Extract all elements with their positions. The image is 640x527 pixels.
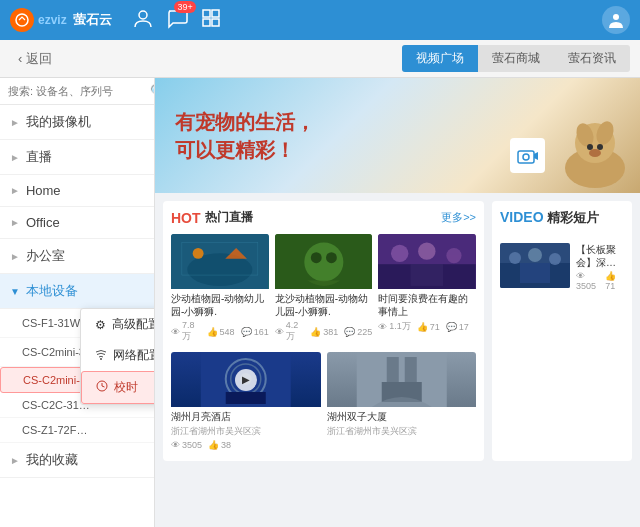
like-icon: 👍 38 [208,440,231,450]
back-arrow-icon: ‹ [18,51,22,66]
sidebar-item-label: 直播 [26,148,52,166]
arrow-icon: ► [10,251,20,262]
svg-rect-37 [226,392,266,404]
svg-rect-2 [203,10,210,17]
sidebar-item-local-devices[interactable]: ▼ 本地设备 [0,274,154,309]
header-icons: 39+ [132,7,367,34]
video-section: VIDEO 精彩短片 [492,201,632,461]
svg-point-0 [16,14,28,26]
svg-rect-3 [212,10,219,17]
svg-rect-48 [520,263,550,283]
context-menu-label: 高级配置 [112,316,155,333]
hot-section-header: HOT 热门直播 更多>> [171,209,476,226]
svg-point-17 [589,149,601,157]
hot-section-title: 热门直播 [205,209,253,226]
sidebar-item-label: Home [26,183,61,198]
right-video-1-title: 【长板聚会】深圳三洲田 [576,243,624,269]
sidebar-item-office[interactable]: ► Office [0,207,154,239]
bottom-video-1-thumb: ▶ [171,352,321,407]
eye-icon: 👁 3505 [576,271,601,291]
settings-icon: ⚙ [95,318,106,332]
like-icon: 👍 381 [310,327,338,337]
bottom-video-1-meta: 浙江省湖州市吴兴区滨湖街道来季 [171,425,321,438]
svg-point-31 [418,243,435,260]
tab-store[interactable]: 萤石商城 [478,45,554,72]
comment-icon: 💬 161 [241,327,269,337]
hot-video-2-thumb [275,234,373,289]
svg-rect-5 [212,19,219,26]
svg-point-7 [100,358,102,360]
hot-video-2[interactable]: 龙沙动植物园-动物幼儿园-小狮狮. 👁 4.2万 👍 381 💬 225 [275,234,373,346]
svg-rect-4 [203,19,210,26]
svg-point-23 [193,248,204,259]
arrow-icon: ► [10,117,20,128]
hot-video-3-thumb [378,234,476,289]
sidebar-item-workroom[interactable]: ► 办公室 [0,239,154,274]
arrow-icon: ► [10,185,20,196]
context-menu-network-config[interactable]: 网络配置 [81,340,155,371]
sidebar-item-live[interactable]: ► 直播 [0,140,154,175]
video-section-header: VIDEO 精彩短片 [500,209,624,235]
like-icon: 👍 548 [207,327,235,337]
hot-video-3-title: 时间要浪费在有趣的事情上 [378,292,476,318]
bottom-videos-grid: ▶ 湖州月亮酒店 浙江省湖州市吴兴区滨湖街道来季 👁 3505 👍 38 [171,352,476,453]
tab-news[interactable]: 萤石资讯 [554,45,630,72]
hot-videos-grid: 沙动植物园-动物幼儿园-小狮狮. 👁 7.8万 👍 548 💬 161 [171,234,476,346]
sidebar-item-label: 我的收藏 [26,451,78,469]
back-button[interactable]: ‹ 返回 [10,46,60,72]
hot-video-1-thumb [171,234,269,289]
context-menu-advanced-config[interactable]: ⚙ 高级配置 [81,309,155,340]
grid-icon[interactable] [200,7,222,34]
svg-point-45 [509,252,521,264]
top-right-avatar[interactable] [602,6,630,34]
bottom-video-2[interactable]: 湖州双子大厦 浙江省湖州市吴兴区滨湖街道东巨 [327,352,477,453]
banner-text: 有宠物的生活， 可以更精彩！ [175,108,315,164]
bottom-video-1[interactable]: ▶ 湖州月亮酒店 浙江省湖州市吴兴区滨湖街道来季 👁 3505 👍 38 [171,352,321,453]
hot-more-link[interactable]: 更多>> [441,210,476,225]
banner-camera-icon [510,138,545,173]
hot-video-1-info: 沙动植物园-动物幼儿园-小狮狮. 👁 7.8万 👍 548 💬 161 [171,289,269,346]
svg-rect-18 [518,151,534,163]
hot-label: HOT [171,210,201,226]
hot-video-2-title: 龙沙动植物园-动物幼儿园-小狮狮. [275,292,373,318]
search-input[interactable] [8,85,146,97]
logo-brand-cn: 萤石云 [73,11,112,29]
context-menu-label: 网络配置 [113,347,155,364]
main-layout: 🔍 ► 我的摄像机 ► 直播 ► Home ► Office ► 办公室 ▼ 本… [0,78,640,527]
svg-point-46 [528,248,542,262]
svg-point-32 [447,248,462,263]
svg-point-27 [326,252,337,263]
right-video-1-thumb [500,243,570,288]
sections-row: HOT 热门直播 更多>> [155,193,640,461]
sidebar: 🔍 ► 我的摄像机 ► 直播 ► Home ► Office ► 办公室 ▼ 本… [0,78,155,527]
bottom-video-1-title: 湖州月亮酒店 [171,410,321,423]
hot-video-3-meta: 👁 1.1万 👍 71 💬 17 [378,320,476,333]
clock-icon [96,380,108,395]
user-avatar-icon[interactable] [132,7,154,34]
right-video-1[interactable]: 【长板聚会】深圳三洲田 👁 3505 👍 71 [500,243,624,291]
svg-point-15 [587,144,593,150]
hot-video-1-meta: 👁 7.8万 👍 548 💬 161 [171,320,269,343]
sidebar-item-favorites[interactable]: ► 我的收藏 [0,443,154,478]
eye-icon: 👁 4.2万 [275,320,305,343]
tab-video-plaza[interactable]: 视频广场 [402,45,478,72]
sidebar-item-my-cameras[interactable]: ► 我的摄像机 [0,105,154,140]
eye-icon: 👁 1.1万 [378,320,411,333]
video-section-title: VIDEO 精彩短片 [500,209,599,227]
arrow-icon: ► [10,455,20,466]
hot-video-3[interactable]: 时间要浪费在有趣的事情上 👁 1.1万 👍 71 💬 17 [378,234,476,346]
sidebar-item-home[interactable]: ► Home [0,175,154,207]
banner-line2: 可以更精彩！ [175,136,315,164]
hot-video-1[interactable]: 沙动植物园-动物幼儿园-小狮狮. 👁 7.8万 👍 548 💬 161 [171,234,269,346]
svg-line-10 [102,386,105,387]
eye-icon: 👁 7.8万 [171,320,201,343]
message-icon[interactable]: 39+ [166,7,188,34]
context-menu-calibrate[interactable]: 校时 [81,371,155,404]
hot-section: HOT 热门直播 更多>> [163,201,484,461]
logo: ezviz 萤石云 [10,8,112,32]
sidebar-item-label: 办公室 [26,247,65,265]
banner: 有宠物的生活， 可以更精彩！ [155,78,640,193]
right-video-1-info: 【长板聚会】深圳三洲田 👁 3505 👍 71 [576,243,624,291]
sidebar-sub-item-cam5[interactable]: CS-Z1-72F… [0,418,154,443]
svg-point-47 [549,253,561,265]
